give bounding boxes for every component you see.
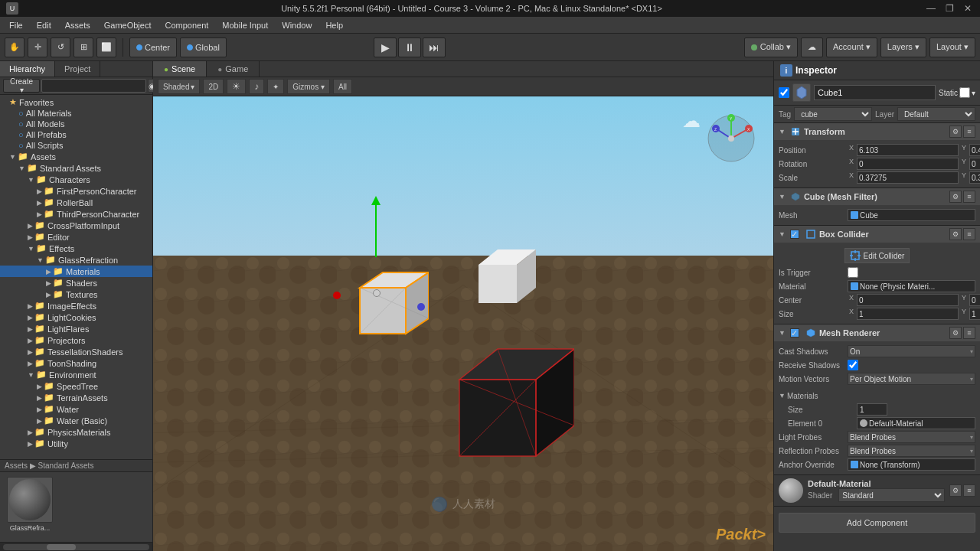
layers-button[interactable]: Layers ▾ <box>880 37 926 57</box>
scene-view[interactable]: Y X Z ☁ 🔵 人人素材 <box>153 96 773 551</box>
box-collider-more-btn[interactable]: ≡ <box>963 228 975 240</box>
pos-y-input[interactable] <box>969 144 980 156</box>
utility-item[interactable]: ▶📁Utility <box>0 438 152 449</box>
all-models-item[interactable]: ○All Models <box>0 119 152 129</box>
asset-glassrefra[interactable]: GlassRefra... <box>3 475 57 533</box>
global-toggle[interactable]: Global <box>180 37 227 57</box>
transform-header[interactable]: ▼ Transform ⚙ ≡ <box>774 123 980 140</box>
mesh-renderer-settings-btn[interactable]: ⚙ <box>949 327 962 339</box>
reflection-probes-dropdown[interactable]: Blend Probes ▾ <box>848 445 975 457</box>
center-y-input[interactable] <box>969 294 980 306</box>
menu-mobile-input[interactable]: Mobile Input <box>216 19 274 31</box>
mesh-renderer-header[interactable]: ▼ ✓ Mesh Renderer ⚙ ≡ <box>774 324 980 341</box>
favorites-item[interactable]: ★Favorites <box>0 96 152 108</box>
create-button[interactable]: Create ▾ <box>3 79 40 93</box>
selected-cube[interactable] <box>345 257 413 326</box>
shader-select[interactable]: Standard <box>838 488 945 502</box>
toonshading-item[interactable]: ▶📁ToonShading <box>0 357 152 369</box>
layout-button[interactable]: Layout ▾ <box>929 37 975 57</box>
object-active-checkbox[interactable] <box>779 87 789 98</box>
editor-item[interactable]: ▶📁Editor <box>0 231 152 243</box>
box-collider-enable[interactable]: ✓ <box>790 230 799 239</box>
imageeffects-item[interactable]: ▶📁ImageEffects <box>0 300 152 311</box>
assets-scrollbar[interactable] <box>0 542 152 551</box>
material-settings-btn[interactable]: ⚙ <box>949 484 962 497</box>
center-toggle[interactable]: Center <box>129 37 177 57</box>
motion-vectors-dropdown[interactable]: Per Object Motion ▾ <box>848 373 975 385</box>
play-button[interactable]: ▶ <box>374 37 397 57</box>
account-button[interactable]: Account ▾ <box>826 37 877 57</box>
textures-item[interactable]: ▶📁Textures <box>0 289 152 300</box>
light-probes-dropdown[interactable]: Blend Probes ▾ <box>848 431 975 443</box>
all-scripts-item[interactable]: ○All Scripts <box>0 140 152 151</box>
element0-field[interactable]: Default-Material <box>857 417 975 429</box>
project-tab[interactable]: Project <box>55 61 100 77</box>
thirdperson-item[interactable]: ▶📁ThirdPersonCharacter <box>0 208 152 220</box>
2d-button[interactable]: 2D <box>203 79 224 94</box>
scene-all-button[interactable]: All <box>333 79 352 94</box>
receive-shadows-checkbox[interactable] <box>848 360 858 370</box>
rot-y-input[interactable] <box>969 158 980 170</box>
all-prefabs-item[interactable]: ○All Prefabs <box>0 129 152 140</box>
scale-x-input[interactable] <box>857 171 959 184</box>
size-y-input[interactable] <box>969 308 980 320</box>
lightflares-item[interactable]: ▶📁LightFlares <box>0 323 152 334</box>
audio-button[interactable]: ♪ <box>249 79 264 94</box>
physics-item[interactable]: ▶📁PhysicsMaterials <box>0 426 152 438</box>
menu-help[interactable]: Help <box>319 19 349 31</box>
mesh-filter-header[interactable]: ▼ Cube (Mesh Filter) ⚙ ≡ <box>774 188 980 205</box>
mesh-filter-settings-btn[interactable]: ⚙ <box>949 191 962 203</box>
box-collider-header[interactable]: ▼ ✓ Box Collider ⚙ ≡ <box>774 226 980 243</box>
mesh-renderer-enable[interactable]: ✓ <box>790 328 799 337</box>
effects-item[interactable]: ▼📁Effects <box>0 243 152 254</box>
projectors-item[interactable]: ▶📁Projectors <box>0 334 152 346</box>
mesh-filter-more-btn[interactable]: ≡ <box>963 191 975 203</box>
menu-gameobject[interactable]: GameObject <box>98 19 158 31</box>
menu-file[interactable]: File <box>3 19 29 31</box>
rotate-tool[interactable]: ↺ <box>51 37 70 57</box>
environment-item[interactable]: ▼📁Environment <box>0 369 152 380</box>
glassrefraction-item[interactable]: ▼📁GlassRefraction <box>0 254 152 266</box>
hand-tool[interactable]: ✋ <box>5 37 24 57</box>
gizmos-button[interactable]: Gizmos ▾ <box>287 79 330 94</box>
all-materials-item[interactable]: ○All Materials <box>0 108 152 119</box>
hierarchy-tab[interactable]: Hierarchy <box>0 61 55 77</box>
collider-material-field[interactable]: None (Physic Materi... <box>848 280 975 292</box>
menu-window[interactable]: Window <box>276 19 318 31</box>
transform-settings-btn[interactable]: ⚙ <box>949 126 962 138</box>
tessellation-item[interactable]: ▶📁TessellationShaders <box>0 346 152 357</box>
scene-gizmo[interactable]: Y X Z <box>704 112 758 165</box>
water-basic-item[interactable]: ▶📁Water (Basic) <box>0 415 152 426</box>
speedtree-item[interactable]: ▶📁SpeedTree <box>0 380 152 392</box>
rollerball-item[interactable]: ▶📁RollerBall <box>0 197 152 208</box>
static-checkbox[interactable] <box>959 87 970 98</box>
transform-more-btn[interactable]: ≡ <box>963 126 975 138</box>
terrainassets-item[interactable]: ▶📁TerrainAssets <box>0 392 152 403</box>
collab-button[interactable]: Collab ▾ <box>744 37 798 57</box>
menu-edit[interactable]: Edit <box>31 19 57 31</box>
characters-item[interactable]: ▼📁Characters <box>0 174 152 185</box>
fx-button[interactable]: ✦ <box>267 79 284 94</box>
cast-shadows-dropdown[interactable]: On ▾ <box>848 345 975 357</box>
rot-x-input[interactable] <box>857 158 959 170</box>
scene-tab[interactable]: ● Scene <box>153 61 207 77</box>
standard-assets-item[interactable]: ▼📁Standard Assets <box>0 162 152 174</box>
shaders-item[interactable]: ▶📁Shaders <box>0 277 152 289</box>
scale-y-input[interactable] <box>969 171 980 184</box>
add-component-button[interactable]: Add Component <box>779 513 975 533</box>
pause-button[interactable]: ⏸ <box>398 37 421 57</box>
is-trigger-checkbox[interactable] <box>848 267 858 278</box>
firstperson-item[interactable]: ▶📁FirstPersonCharacter <box>0 185 152 197</box>
edit-collider-button[interactable]: Edit Collider <box>844 248 910 263</box>
tag-select[interactable]: cube <box>794 107 872 121</box>
mesh-field[interactable]: Cube <box>848 209 975 221</box>
shaded-button[interactable]: Shaded ▾ <box>158 79 200 94</box>
box-collider-settings-btn[interactable]: ⚙ <box>949 228 962 240</box>
materials-size-input[interactable] <box>857 403 887 416</box>
anchor-override-field[interactable]: None (Transform) <box>848 458 975 471</box>
object-name-input[interactable] <box>814 85 936 100</box>
move-tool[interactable]: ✛ <box>28 37 47 57</box>
material-more-btn[interactable]: ≡ <box>963 484 975 497</box>
step-button[interactable]: ⏭ <box>423 37 446 57</box>
menu-component[interactable]: Component <box>158 19 214 31</box>
